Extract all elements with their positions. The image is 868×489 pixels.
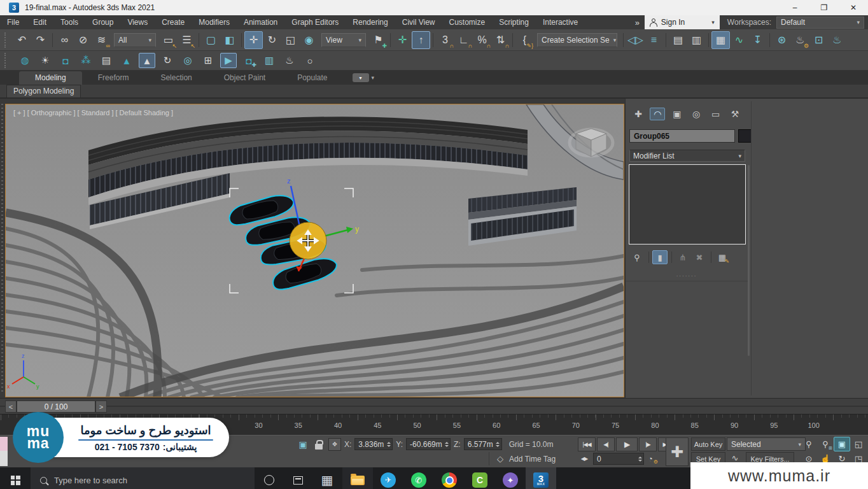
undo-icon[interactable]: ↶ xyxy=(13,31,31,49)
object-name-field[interactable]: Group065 xyxy=(629,129,735,143)
pin-stack-icon[interactable]: ⚲ xyxy=(629,250,645,264)
tab-modeling[interactable]: Modeling xyxy=(19,71,82,85)
bulb-outline-icon[interactable]: ○ xyxy=(302,53,318,68)
rendered-frame-window-icon[interactable]: ⊡ xyxy=(809,31,828,49)
keyboard-shortcut-override-icon[interactable]: ↑ xyxy=(412,31,430,49)
video-camera-icon[interactable]: ◘ xyxy=(57,53,74,68)
select-and-manipulate-icon[interactable]: ✛ xyxy=(393,31,412,49)
absolute-mode-toggle-icon[interactable]: ❖ xyxy=(328,438,341,451)
key-mode-toggle-icon[interactable]: ◀▶ xyxy=(578,453,591,465)
scene-explorer-icon[interactable]: ▤ xyxy=(669,31,687,49)
hierarchy-tab-icon[interactable]: ▣ xyxy=(669,108,685,120)
taskbar-purple-app[interactable]: ✦ xyxy=(495,467,526,489)
preview-window-icon[interactable]: ▶ xyxy=(220,53,237,68)
taskbar-calculator[interactable]: ▦ xyxy=(312,467,342,489)
spinner[interactable] xyxy=(444,439,449,449)
named-selection-set-field[interactable]: Create Selection Se▾ xyxy=(537,33,617,47)
menu-item[interactable]: Group xyxy=(85,15,120,29)
menu-item[interactable]: Customize xyxy=(442,15,493,29)
menu-item[interactable]: Views xyxy=(120,15,155,29)
menu-item[interactable]: Interactive xyxy=(536,15,585,29)
menu-item[interactable]: Create xyxy=(155,15,192,29)
select-and-move-icon[interactable]: ✛ xyxy=(244,31,263,49)
selection-filter-dropdown[interactable]: All▾ xyxy=(114,33,156,47)
layers-stack-icon[interactable]: ◎ xyxy=(179,53,196,68)
z-coordinate-field[interactable]: 6.577m xyxy=(464,438,502,450)
frame-add-icon[interactable]: ⊞ xyxy=(200,53,216,68)
percent-snap-icon[interactable]: %∩ xyxy=(473,31,491,49)
selection-set-dropdown[interactable]: Selected ▾ xyxy=(727,437,806,451)
restore-button[interactable]: ❐ xyxy=(809,0,839,15)
set-keys-button[interactable]: ✚ xyxy=(666,437,689,466)
previous-frame-button[interactable]: ◀| xyxy=(597,437,615,451)
taskbar-camtasia[interactable]: C xyxy=(465,467,495,489)
taskbar-search-input[interactable]: Type here to search xyxy=(31,467,255,489)
play-button[interactable]: ▶ xyxy=(616,437,638,451)
taskbar-whatsapp[interactable]: ✆ xyxy=(403,467,434,489)
select-and-link-icon[interactable]: ∞ xyxy=(55,31,74,49)
y-coordinate-field[interactable]: -60.669m xyxy=(406,438,451,450)
panel-resize-handle[interactable]: ······· xyxy=(626,273,748,281)
object-color-swatch[interactable] xyxy=(738,129,752,143)
maxscript-mini-listener[interactable] xyxy=(0,451,8,466)
add-time-tag[interactable]: ◇ Add Time Tag xyxy=(489,452,556,465)
panel-icon[interactable]: ▥ xyxy=(261,53,277,68)
menu-item[interactable]: Edit xyxy=(26,15,53,29)
render-setup-icon[interactable]: ♨⚙ xyxy=(791,31,809,49)
current-frame-field[interactable]: 0 xyxy=(593,453,644,465)
select-and-place-icon[interactable]: ◉ xyxy=(300,31,318,49)
close-button[interactable]: ✕ xyxy=(839,0,868,15)
time-slider-track[interactable]: < 0 / 100 > xyxy=(0,398,868,414)
spinner-snap-icon[interactable]: ⇅∩ xyxy=(491,31,510,49)
rectangular-selection-region-icon[interactable]: ▢ xyxy=(202,31,220,49)
sign-in-button[interactable]: Sign In ▾ xyxy=(645,15,720,29)
layer-explorer-icon[interactable]: ▥ xyxy=(687,31,706,49)
taskbar-3dsmax[interactable]: 3 MAX xyxy=(526,467,556,489)
align-icon[interactable]: ≡ xyxy=(645,31,663,49)
bind-to-space-warp-icon[interactable]: ≋∞ xyxy=(92,31,111,49)
mirror-icon[interactable]: ◁▷ xyxy=(626,31,645,49)
menu-item[interactable]: Tools xyxy=(53,15,85,29)
taskbar-telegram[interactable]: ✈ xyxy=(373,467,403,489)
go-to-start-button[interactable]: |◀◀ xyxy=(578,437,596,451)
panel-scrollbar[interactable] xyxy=(748,165,750,356)
swirl-icon[interactable]: ↻ xyxy=(159,53,176,68)
modifier-list-dropdown[interactable]: Modifier List ▾ xyxy=(629,150,745,162)
teapot-icon[interactable]: ♨ xyxy=(281,53,298,68)
view-cube[interactable] xyxy=(570,129,613,157)
trees-icon[interactable]: ⁂ xyxy=(78,53,94,68)
tree-icon[interactable]: ▲ xyxy=(118,53,135,68)
tab-object-paint[interactable]: Object Paint xyxy=(208,71,281,85)
menu-item[interactable]: Graph Editors xyxy=(284,15,346,29)
auto-key-button[interactable]: Auto Key xyxy=(691,437,725,451)
polygon-modeling-panel[interactable]: Polygon Modeling xyxy=(6,85,81,97)
utilities-tab-icon[interactable]: ⚒ xyxy=(727,108,743,120)
taskbar-file-explorer[interactable] xyxy=(342,467,373,489)
schematic-view-icon[interactable]: ↧ xyxy=(748,31,767,49)
zoom-all-icon[interactable]: ⚲⊞ xyxy=(817,437,834,451)
use-pivot-point-center-icon[interactable]: ⚑✚ xyxy=(369,31,388,49)
material-editor-icon[interactable]: ⊛ xyxy=(773,31,791,49)
tab-freeform[interactable]: Freeform xyxy=(82,71,145,85)
selection-lock-region-icon[interactable]: ▣ xyxy=(297,438,309,451)
spinner[interactable] xyxy=(637,454,643,464)
modifier-stack-list[interactable] xyxy=(629,164,746,244)
motion-tab-icon[interactable]: ◎ xyxy=(689,108,704,120)
menu-item[interactable]: Modifiers xyxy=(192,15,237,29)
create-tab-icon[interactable]: ✚ xyxy=(631,108,646,120)
unlink-selection-icon[interactable]: ⊘ xyxy=(74,31,92,49)
tree-frame-icon[interactable]: ▲ xyxy=(139,53,155,68)
select-by-name-icon[interactable]: ☰↖ xyxy=(178,31,196,49)
next-frame-button[interactable]: |▶ xyxy=(639,437,657,451)
named-selection-sets-icon[interactable]: {✎} xyxy=(515,31,534,49)
menu-item[interactable]: Scripting xyxy=(492,15,536,29)
menu-item[interactable]: Animation xyxy=(237,15,284,29)
spreadsheet-icon[interactable]: ▤ xyxy=(98,53,115,68)
menu-item[interactable]: File xyxy=(0,15,26,29)
toolbar-grip[interactable] xyxy=(4,32,9,48)
spinner[interactable] xyxy=(495,439,501,449)
menu-overflow-icon[interactable]: » xyxy=(629,18,645,27)
show-end-result-icon[interactable]: ▮ xyxy=(652,250,668,264)
zoom-extents-all-icon[interactable]: ◱ xyxy=(850,437,867,451)
camera-add-icon[interactable]: ◘✚ xyxy=(241,53,257,68)
